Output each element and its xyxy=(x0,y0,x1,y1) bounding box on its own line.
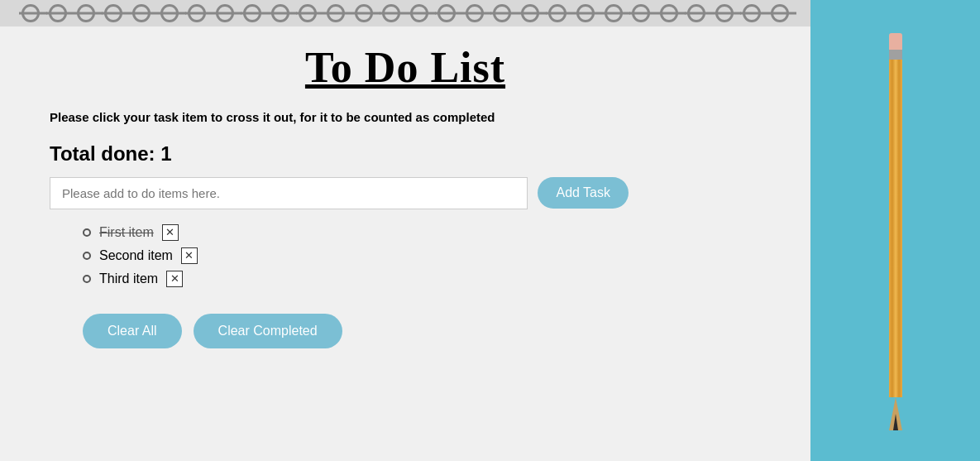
notebook-content: To Do List Please click your task item t… xyxy=(0,26,810,373)
spiral-ring xyxy=(188,4,206,22)
spiral-ring xyxy=(77,4,95,22)
spiral-ring xyxy=(743,4,761,22)
add-task-row: Add Task xyxy=(50,177,629,209)
clear-completed-button[interactable]: Clear Completed xyxy=(194,314,342,348)
pencil-decoration xyxy=(810,0,980,461)
spiral-ring xyxy=(104,4,122,22)
delete-task-button[interactable]: ✕ xyxy=(166,271,183,287)
spiral-ring xyxy=(327,4,345,22)
clear-all-button[interactable]: Clear All xyxy=(83,314,182,348)
spiral-ring xyxy=(243,4,261,22)
spiral-ring xyxy=(49,4,67,22)
spiral-binding xyxy=(0,0,810,26)
total-done-counter: Total done: 1 xyxy=(50,142,172,166)
page-title: To Do List xyxy=(50,43,761,92)
spiral-ring xyxy=(437,4,456,22)
task-bullet-icon xyxy=(83,275,91,283)
task-list: First item✕Second item✕Third item✕ xyxy=(83,224,198,294)
pencil-tip xyxy=(889,397,902,430)
task-text[interactable]: Second item xyxy=(99,248,173,263)
list-item: First item✕ xyxy=(83,224,198,241)
task-bullet-icon xyxy=(83,228,91,237)
bottom-buttons: Clear All Clear Completed xyxy=(83,314,342,348)
task-text[interactable]: First item xyxy=(99,225,154,240)
pencil-eraser-band xyxy=(889,50,902,60)
delete-task-button[interactable]: ✕ xyxy=(181,247,198,264)
pencil-eraser xyxy=(889,33,902,50)
spiral-ring xyxy=(271,4,289,22)
notebook: To Do List Please click your task item t… xyxy=(0,0,810,461)
instruction-text: Please click your task item to cross it … xyxy=(50,108,495,127)
spiral-ring xyxy=(576,4,595,22)
task-input[interactable] xyxy=(50,177,528,209)
spiral-ring xyxy=(660,4,678,22)
list-item: Second item✕ xyxy=(83,247,198,264)
spiral-ring xyxy=(132,4,151,22)
spiral-ring xyxy=(632,4,650,22)
spiral-ring xyxy=(382,4,400,22)
spiral-ring xyxy=(715,4,734,22)
add-task-button[interactable]: Add Task xyxy=(538,177,629,209)
spiral-ring xyxy=(548,4,566,22)
pencil-body xyxy=(889,60,902,397)
spiral-ring xyxy=(605,4,623,22)
task-text[interactable]: Third item xyxy=(99,271,158,286)
spiral-ring xyxy=(160,4,179,22)
spiral-ring xyxy=(771,4,789,22)
spiral-ring xyxy=(410,4,428,22)
spiral-ring xyxy=(355,4,373,22)
spiral-ring xyxy=(22,4,40,22)
spiral-ring xyxy=(521,4,539,22)
task-bullet-icon xyxy=(83,252,91,260)
list-item: Third item✕ xyxy=(83,271,198,287)
spiral-ring xyxy=(299,4,317,22)
pencil xyxy=(880,33,911,430)
spiral-ring xyxy=(687,4,705,22)
delete-task-button[interactable]: ✕ xyxy=(162,224,179,241)
spiral-ring xyxy=(466,4,484,22)
spiral-ring xyxy=(493,4,511,22)
spiral-ring xyxy=(216,4,234,22)
